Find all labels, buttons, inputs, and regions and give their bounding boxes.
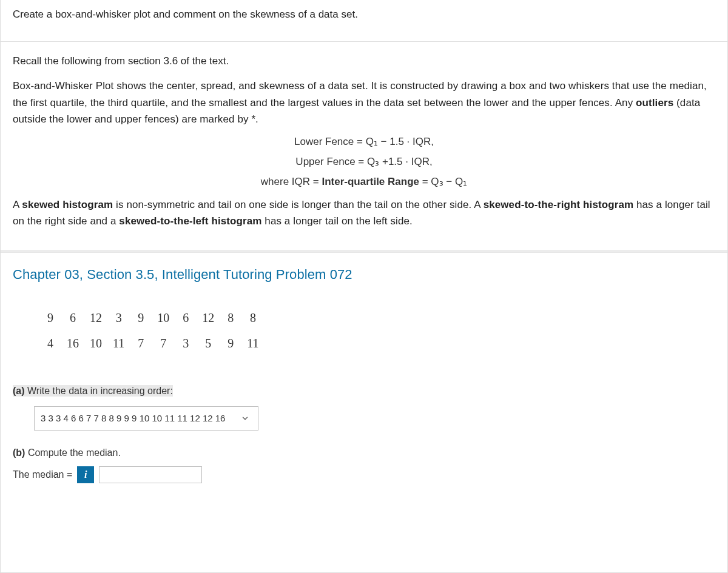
data-cell: 3	[113, 308, 124, 327]
sorted-data-select-wrap: 3 3 3 4 6 6 7 7 8 8 9 9 9 10 10 11 11 12…	[34, 406, 258, 431]
part-a-text: Write the data in increasing order:	[27, 386, 173, 396]
p2-mid1: is non-symmetric and tail on one side is…	[113, 199, 483, 210]
p1-pre: Box-and-Whisker Plot shows the center, s…	[13, 80, 707, 108]
data-cell: 8	[247, 308, 258, 327]
page-container: Create a box-and-whisker plot and commen…	[0, 0, 728, 573]
data-cell: 10	[90, 333, 102, 353]
chevron-down-icon	[241, 414, 249, 423]
lower-fence-formula: Lower Fence = Q₁ − 1.5 · IQR,	[13, 133, 715, 150]
data-cell: 7	[135, 333, 146, 353]
part-b-bold: (b)	[13, 447, 28, 458]
data-cell: 7	[157, 333, 169, 353]
intro-section: Create a box-and-whisker plot and commen…	[1, 0, 727, 42]
sorted-data-select[interactable]: 3 3 3 4 6 6 7 7 8 8 9 9 9 10 10 11 11 12…	[34, 406, 258, 431]
p2-b3: skewed-to-the-left histogram	[119, 215, 261, 227]
p2-b1: skewed histogram	[22, 199, 113, 210]
data-row-1: 9 6 12 3 9 10 6 12 8 8	[45, 308, 259, 327]
data-row-2: 4 16 10 11 7 7 3 5 9 11	[45, 333, 259, 353]
upper-fence-formula: Upper Fence = Q₃ +1.5 · IQR,	[13, 153, 715, 170]
part-a-label: (a) Write the data in increasing order:	[13, 383, 715, 399]
part-a-bold: (a)	[13, 386, 27, 396]
data-cell: 9	[45, 308, 56, 327]
data-cell: 11	[247, 333, 258, 353]
data-cell: 5	[202, 333, 214, 353]
p2-b2: skewed-to-the-right histogram	[484, 199, 634, 210]
p2-pre: A	[13, 199, 22, 210]
data-cell: 12	[90, 308, 102, 327]
data-cell: 4	[45, 333, 56, 353]
data-cell: 9	[135, 308, 146, 327]
data-cell: 11	[113, 333, 124, 353]
iqr-pre: where IQR =	[261, 176, 322, 187]
skewness-definition: A skewed histogram is non-symmetric and …	[13, 196, 715, 229]
data-cell: 8	[225, 308, 236, 327]
iqr-post: = Q₃ − Q₁	[419, 176, 467, 187]
chapter-title: Chapter 03, Section 3.5, Intelligent Tut…	[13, 264, 715, 285]
part-b-text: Compute the median.	[28, 447, 121, 458]
iqr-bold: Inter-quartile Range	[322, 176, 419, 187]
median-row: The median = i	[13, 466, 715, 483]
sorted-data-selected-value: 3 3 3 4 6 6 7 7 8 8 9 9 9 10 10 11 11 12…	[41, 413, 225, 423]
problem-section: Chapter 03, Section 3.5, Intelligent Tut…	[1, 253, 727, 498]
data-cell: 10	[157, 308, 169, 327]
data-cell: 9	[225, 333, 236, 353]
p1-bold: outliers	[636, 97, 673, 109]
recall-line: Recall the following from section 3.6 of…	[13, 53, 715, 69]
prompt-heading: Create a box-and-whisker plot and commen…	[13, 6, 715, 22]
info-button[interactable]: i	[77, 466, 94, 483]
part-b-label: (b) Compute the median.	[13, 445, 715, 461]
p2-post: has a longer tail on the left side.	[262, 215, 413, 227]
data-table: 9 6 12 3 9 10 6 12 8 8 4 16 10 11 7 7 3 …	[34, 302, 270, 359]
data-cell: 16	[67, 333, 79, 353]
data-cell: 6	[180, 308, 191, 327]
iqr-formula: where IQR = Inter-quartile Range = Q₃ − …	[13, 173, 715, 190]
median-input[interactable]	[99, 466, 202, 483]
data-cell: 12	[202, 308, 214, 327]
median-label: The median =	[13, 467, 72, 483]
boxplot-definition: Box-and-Whisker Plot shows the center, s…	[13, 78, 715, 127]
data-cell: 6	[67, 308, 79, 327]
recall-section: Recall the following from section 3.6 of…	[1, 42, 727, 251]
data-cell: 3	[180, 333, 191, 353]
formula-block: Lower Fence = Q₁ − 1.5 · IQR, Upper Fenc…	[13, 133, 715, 190]
